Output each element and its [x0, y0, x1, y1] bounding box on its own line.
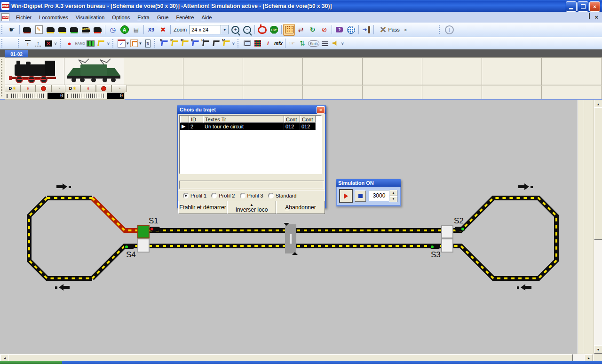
- horizontal-scrollbar[interactable]: ◄ ►: [0, 354, 594, 362]
- block-s4[interactable]: [137, 238, 150, 253]
- zoom-combobox[interactable]: 24 x 24 ▼: [189, 25, 229, 34]
- toolbar-grip[interactable]: [1, 39, 4, 47]
- loco1-image-cell[interactable]: [5, 57, 65, 85]
- menu-locomotives[interactable]: Locomotives: [35, 13, 72, 22]
- slider-ticks[interactable]: [11, 94, 45, 98]
- hamo-icon[interactable]: HAMO: [75, 38, 86, 48]
- table-row-selected[interactable]: ▶ 2 Un tour de circuit 012 012: [180, 123, 321, 130]
- toolbar-grip[interactable]: [1, 25, 4, 34]
- close-button[interactable]: ×: [589, 1, 600, 12]
- crane-op-r1-icon[interactable]: R: [159, 38, 169, 48]
- menu-extra[interactable]: Extra: [134, 13, 153, 22]
- start-route-button[interactable]: Etablir et démarrer: [178, 201, 227, 214]
- simulation-stop-button[interactable]: [355, 190, 366, 202]
- radio-profil2[interactable]: Profil 2: [211, 193, 235, 198]
- slider-handle[interactable]: [67, 94, 68, 98]
- kmh-icon[interactable]: Kmh: [308, 38, 320, 48]
- toolbar-overflow-icon[interactable]: »: [403, 28, 408, 31]
- vertical-scrollbar[interactable]: ▲ ▼: [594, 100, 602, 354]
- panel-grip[interactable]: [1, 59, 4, 96]
- menu-aide[interactable]: Aide: [198, 13, 215, 22]
- speed-profile-icon[interactable]: ⇅: [297, 38, 308, 48]
- minimize-button[interactable]: [566, 1, 577, 12]
- crane-op-icon[interactable]: [211, 38, 221, 48]
- loco-info-icon[interactable]: i: [263, 38, 273, 48]
- vertical-scroll-thumb[interactable]: [594, 107, 602, 240]
- automatic-mode-icon[interactable]: A: [119, 24, 130, 36]
- zoom-in-icon[interactable]: +: [230, 24, 241, 36]
- cut-route9-icon[interactable]: X9: [145, 24, 157, 36]
- toolbar-grip[interactable]: [18, 39, 21, 47]
- start-button-edge[interactable]: [0, 361, 62, 364]
- toolbar-grip[interactable]: [112, 39, 115, 47]
- signal-board-icon[interactable]: [253, 38, 263, 48]
- loco2-direction-button[interactable]: ▲▼: [80, 85, 96, 92]
- loco-tab-01-02[interactable]: 01-02: [5, 50, 28, 58]
- loco1-direction-button[interactable]: ▲▼: [20, 85, 36, 92]
- radio-standard[interactable]: Standard: [268, 193, 297, 198]
- refresh-icon[interactable]: ↻: [307, 24, 318, 36]
- group-overflow-icon[interactable]: »: [106, 42, 111, 45]
- menu-options[interactable]: Options: [108, 13, 134, 22]
- toolbar-grip[interactable]: [238, 39, 240, 47]
- simulation-interval-field[interactable]: 3000: [369, 190, 389, 201]
- meter-icon[interactable]: [86, 38, 96, 48]
- simulation-play-button[interactable]: [339, 189, 353, 203]
- web-icon[interactable]: [345, 24, 357, 36]
- slider-ticks[interactable]: [71, 94, 105, 98]
- menu-fenetre[interactable]: Fenêtre: [172, 13, 198, 22]
- sound-icon[interactable]: [330, 38, 341, 48]
- pass-button[interactable]: Pass: [375, 24, 404, 36]
- zoom-value[interactable]: 24 x 24: [189, 25, 221, 34]
- loco2-speed-slider[interactable]: 0: [65, 92, 125, 100]
- remove-loco-icon[interactable]: ⊘: [318, 24, 330, 36]
- clock-icon[interactable]: ◷: [107, 24, 119, 36]
- block-s3[interactable]: [441, 238, 453, 253]
- counter-icon[interactable]: ⇅: [143, 38, 153, 48]
- block-s1-occupied[interactable]: [137, 225, 150, 238]
- edit-icon[interactable]: ✎: [33, 24, 45, 36]
- loco1-light-button[interactable]: D☀: [5, 85, 20, 92]
- toolbar-grip[interactable]: [439, 25, 442, 34]
- calendar-check-icon[interactable]: ✓▼: [117, 38, 130, 48]
- menu-visualisation[interactable]: Visualisation: [72, 13, 109, 22]
- crane-mode-icon[interactable]: [96, 38, 106, 48]
- signal-s1[interactable]: [150, 227, 160, 231]
- slider-handle[interactable]: [7, 94, 8, 98]
- loco-run-icon[interactable]: [56, 24, 68, 36]
- stop-all-icon[interactable]: STOP: [268, 24, 280, 36]
- group-overflow-icon[interactable]: »: [231, 42, 237, 45]
- schedule-icon[interactable]: ▤: [130, 24, 142, 36]
- raise-step-icon[interactable]: ↑: [33, 38, 43, 48]
- radio-profil1[interactable]: Profil 1: [183, 193, 206, 198]
- menu-fichier[interactable]: Fichier: [12, 13, 35, 22]
- loco-decoder-icon[interactable]: [68, 24, 80, 36]
- loco-auto-icon[interactable]: AUTO: [80, 24, 92, 36]
- abort-button[interactable]: Abandonner: [276, 201, 325, 214]
- group-overflow-icon[interactable]: »: [341, 42, 346, 45]
- zoom-dropdown-icon[interactable]: ▼: [221, 25, 229, 34]
- loco1-stop-button[interactable]: [36, 85, 51, 92]
- scroll-down-button[interactable]: ▼: [594, 345, 602, 354]
- toolbar-grip[interactable]: [154, 39, 157, 47]
- crane-op-m1-icon[interactable]: M: [180, 38, 190, 48]
- dialog-close-button[interactable]: ×: [317, 106, 325, 114]
- loco2-light-button[interactable]: D☀: [65, 85, 80, 92]
- list-icon[interactable]: [320, 38, 330, 48]
- track-element-icon[interactable]: ▼: [130, 38, 143, 48]
- loco1-speed-slider[interactable]: 0: [5, 92, 65, 100]
- restore-button[interactable]: [578, 1, 588, 12]
- loco2-clock-button[interactable]: ◔: [111, 85, 127, 92]
- invert-loco-button[interactable]: ▲Inverser loco: [227, 201, 276, 214]
- locomotive-icon[interactable]: [21, 24, 33, 36]
- record-icon[interactable]: ●: [64, 38, 75, 48]
- delete-route-icon[interactable]: ✖: [157, 24, 169, 36]
- mdi-close-button[interactable]: ×: [594, 14, 598, 21]
- crane-op-b-icon[interactable]: B: [190, 38, 200, 48]
- route-request-icon[interactable]: ☛: [6, 24, 18, 36]
- alarm-icon[interactable]: [256, 24, 268, 36]
- spin-up-button[interactable]: ▲: [389, 190, 397, 196]
- raise-limit-icon[interactable]: ↑: [23, 38, 33, 48]
- direction-swap-icon[interactable]: ⇄: [295, 24, 307, 36]
- crane-op-h-icon[interactable]: H: [200, 38, 211, 48]
